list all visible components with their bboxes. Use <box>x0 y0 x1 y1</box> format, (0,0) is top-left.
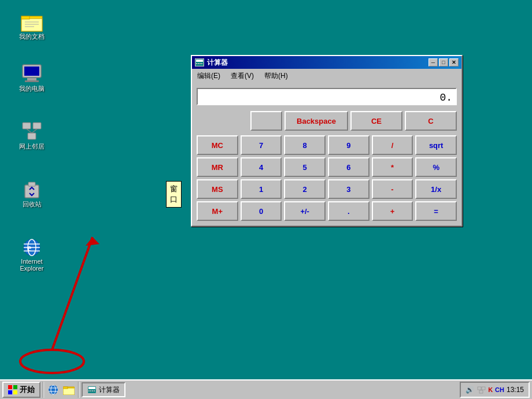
svg-rect-48 <box>94 390 95 391</box>
svg-rect-8 <box>27 78 36 80</box>
c-btn[interactable]: C <box>405 111 457 131</box>
mc-btn[interactable]: MC <box>197 135 238 155</box>
taskbar-separator <box>43 382 44 398</box>
ms-btn[interactable]: MS <box>197 179 238 199</box>
svg-rect-7 <box>24 66 39 76</box>
svg-rect-35 <box>13 390 17 394</box>
calculator-window: 计算器 ─ □ ✕ 编辑(E) 查看(V) 帮助(H) 0. Backspace… <box>191 55 463 227</box>
svg-rect-33 <box>13 385 17 389</box>
svg-rect-51 <box>479 390 483 393</box>
taskbar-calc-icon <box>87 386 97 394</box>
btn-8[interactable]: 8 <box>284 135 326 155</box>
svg-rect-2 <box>21 16 29 19</box>
svg-rect-50 <box>482 387 485 390</box>
icon-network[interactable]: 网上邻居 <box>12 121 52 151</box>
btn-1[interactable]: 1 <box>241 179 282 199</box>
btn-percent[interactable]: % <box>415 157 457 177</box>
minimize-button[interactable]: ─ <box>428 58 438 66</box>
menu-view[interactable]: 查看(V) <box>228 71 256 82</box>
annotation-arrow <box>17 202 133 376</box>
svg-rect-31 <box>201 63 202 64</box>
btn-0[interactable]: 0 <box>241 201 282 221</box>
svg-rect-49 <box>478 387 481 390</box>
btn-add[interactable]: + <box>372 201 413 221</box>
btn-dot[interactable]: . <box>328 201 370 221</box>
svg-line-24 <box>52 237 93 350</box>
ql-ie-btn[interactable] <box>46 383 60 397</box>
svg-rect-10 <box>23 123 31 129</box>
tooltip-box: 窗 口 <box>166 181 182 208</box>
icon-mydocs[interactable]: 我的文档 <box>12 12 52 41</box>
backspace-btn[interactable]: Backspace <box>285 111 348 131</box>
svg-marker-25 <box>86 237 99 246</box>
btn-divide[interactable]: / <box>372 135 413 155</box>
svg-rect-34 <box>8 390 12 394</box>
ql-folder-btn[interactable] <box>62 383 76 397</box>
svg-rect-16 <box>28 182 35 186</box>
mplus-btn[interactable]: M+ <box>197 201 238 221</box>
calc-display: 0. <box>197 88 457 105</box>
taskbar: 开始 <box>0 379 532 399</box>
calc-title-icon <box>195 58 204 66</box>
svg-rect-41 <box>63 388 75 395</box>
calc-buttons: Backspace CE C MC 7 8 9 / sqrt MR 4 5 6 … <box>192 108 461 226</box>
svg-rect-28 <box>196 63 197 64</box>
taskbar-separator2 <box>78 382 79 398</box>
svg-rect-47 <box>92 390 93 391</box>
svg-rect-44 <box>88 387 95 389</box>
svg-rect-11 <box>33 123 41 129</box>
desktop: 我的文档 我的电脑 网上邻居 回收站 <box>0 0 532 399</box>
tray-network-icon <box>476 385 486 396</box>
quick-launch <box>46 383 76 397</box>
maximize-button[interactable]: □ <box>439 58 448 66</box>
btn-sqrt[interactable]: sqrt <box>415 135 457 155</box>
tray-ch-icon: CH <box>495 386 504 393</box>
svg-line-13 <box>27 129 32 133</box>
svg-rect-46 <box>90 390 91 391</box>
btn-equals[interactable]: = <box>415 201 457 221</box>
svg-rect-27 <box>196 60 203 62</box>
system-tray: 🔊 K CH 13:15 <box>460 382 530 398</box>
svg-point-36 <box>49 385 58 394</box>
btn-5[interactable]: 5 <box>284 157 326 177</box>
icon-mypc[interactable]: 我的电脑 <box>12 64 52 93</box>
btn-multiply[interactable]: * <box>372 157 413 177</box>
mr-btn[interactable]: MR <box>197 157 238 177</box>
svg-rect-42 <box>63 387 68 389</box>
system-clock: 13:15 <box>507 386 524 394</box>
menu-edit[interactable]: 编辑(E) <box>195 71 223 82</box>
svg-rect-30 <box>200 63 201 64</box>
title-bar: 计算器 ─ □ ✕ <box>192 56 461 69</box>
btn-6[interactable]: 6 <box>328 157 370 177</box>
blank-btn[interactable] <box>250 111 282 131</box>
btn-9[interactable]: 9 <box>328 135 370 155</box>
svg-rect-32 <box>8 385 12 389</box>
btn-plusminus[interactable]: +/- <box>284 201 326 221</box>
svg-rect-1 <box>21 19 42 31</box>
windows-logo-icon <box>8 385 17 394</box>
close-button[interactable]: ✕ <box>449 58 459 66</box>
menu-help[interactable]: 帮助(H) <box>262 71 290 82</box>
svg-rect-12 <box>28 133 36 139</box>
ce-btn[interactable]: CE <box>350 111 402 131</box>
start-button[interactable]: 开始 <box>2 382 40 398</box>
btn-2[interactable]: 2 <box>284 179 326 199</box>
svg-rect-45 <box>88 390 90 391</box>
svg-rect-29 <box>198 63 199 64</box>
menu-bar: 编辑(E) 查看(V) 帮助(H) <box>192 69 461 83</box>
tray-k-icon: K <box>488 386 493 393</box>
svg-line-14 <box>32 129 37 133</box>
tray-speaker-icon[interactable]: 🔊 <box>466 386 474 394</box>
svg-point-23 <box>20 350 84 373</box>
btn-subtract[interactable]: - <box>372 179 413 199</box>
btn-3[interactable]: 3 <box>328 179 370 199</box>
taskbar-calc-task[interactable]: 计算器 <box>82 382 125 397</box>
btn-4[interactable]: 4 <box>241 157 282 177</box>
btn-7[interactable]: 7 <box>241 135 282 155</box>
btn-reciprocal[interactable]: 1/x <box>415 179 457 199</box>
svg-rect-9 <box>25 80 39 82</box>
